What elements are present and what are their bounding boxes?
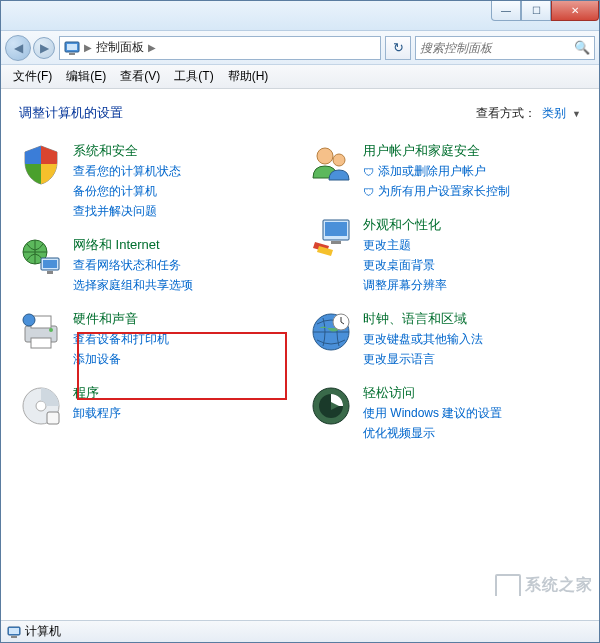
svg-rect-1 [67, 44, 77, 50]
category-link[interactable]: 查找并解决问题 [73, 203, 181, 220]
menu-view[interactable]: 查看(V) [114, 66, 166, 87]
watermark-icon [495, 574, 521, 596]
breadcrumb-sep-icon: ▶ [84, 42, 92, 53]
menu-edit[interactable]: 编辑(E) [60, 66, 112, 87]
category-link[interactable]: 🛡添加或删除用户帐户 [363, 163, 510, 180]
category-title[interactable]: 用户帐户和家庭安全 [363, 142, 510, 160]
category-link[interactable]: 更改显示语言 [363, 351, 483, 368]
svg-point-11 [23, 314, 35, 326]
globe-network-icon [19, 236, 63, 280]
search-box[interactable]: 🔍 [415, 36, 595, 60]
svg-rect-9 [31, 338, 51, 348]
menubar: 文件(F) 编辑(E) 查看(V) 工具(T) 帮助(H) [1, 65, 599, 89]
category-link[interactable]: 备份您的计算机 [73, 183, 181, 200]
category-user-accounts: 用户帐户和家庭安全 🛡添加或删除用户帐户 🛡为所有用户设置家长控制 [309, 142, 581, 200]
category-link[interactable]: 更改桌面背景 [363, 257, 447, 274]
menu-file[interactable]: 文件(F) [7, 66, 58, 87]
watermark-text: 系统之家 [525, 575, 593, 596]
category-title[interactable]: 外观和个性化 [363, 216, 447, 234]
category-link[interactable]: 查看您的计算机状态 [73, 163, 181, 180]
category-programs: 程序 卸载程序 [19, 384, 291, 428]
svg-point-10 [49, 328, 53, 332]
category-title[interactable]: 轻松访问 [363, 384, 502, 402]
view-mode-dropdown[interactable]: 类别 [542, 105, 566, 122]
category-link[interactable]: 使用 Windows 建议的设置 [363, 405, 502, 422]
svg-rect-25 [9, 628, 19, 634]
svg-rect-6 [47, 271, 53, 274]
content-area: 调整计算机的设置 查看方式： 类别 ▼ 系统和安全 查看您的计算机状态 备份您的… [1, 89, 599, 620]
svg-rect-19 [331, 241, 341, 244]
nav-arrows: ◀ ▶ [5, 35, 55, 61]
titlebar: — ☐ ✕ [1, 1, 599, 31]
svg-rect-2 [69, 53, 75, 55]
forward-button[interactable]: ▶ [33, 37, 55, 59]
breadcrumb-sep-icon: ▶ [148, 42, 156, 53]
window-controls: — ☐ ✕ [491, 1, 599, 21]
printer-icon [19, 310, 63, 354]
menu-help[interactable]: 帮助(H) [222, 66, 275, 87]
control-panel-window: — ☐ ✕ ◀ ▶ ▶ 控制面板 ▶ ↻ 🔍 文件(F) 编辑(E) 查看(V)… [0, 0, 600, 643]
category-link[interactable]: 优化视频显示 [363, 425, 502, 442]
category-appearance: 外观和个性化 更改主题 更改桌面背景 调整屏幕分辨率 [309, 216, 581, 294]
page-title: 调整计算机的设置 [19, 105, 123, 122]
category-link[interactable]: 更改主题 [363, 237, 447, 254]
ease-of-access-icon [309, 384, 353, 428]
statusbar: 计算机 [1, 620, 599, 642]
category-title[interactable]: 网络和 Internet [73, 236, 193, 254]
category-network: 网络和 Internet 查看网络状态和任务 选择家庭组和共享选项 [19, 236, 291, 294]
back-button[interactable]: ◀ [5, 35, 31, 61]
user-accounts-icon [309, 142, 353, 186]
category-link[interactable]: 选择家庭组和共享选项 [73, 277, 193, 294]
navbar: ◀ ▶ ▶ 控制面板 ▶ ↻ 🔍 [1, 31, 599, 65]
svg-rect-18 [325, 222, 347, 236]
category-title[interactable]: 程序 [73, 384, 121, 402]
view-mode: 查看方式： 类别 ▼ [476, 105, 581, 122]
svg-point-16 [333, 154, 345, 166]
left-column: 系统和安全 查看您的计算机状态 备份您的计算机 查找并解决问题 网络和 Inte… [19, 142, 291, 442]
appearance-icon [309, 216, 353, 260]
category-ease-of-access: 轻松访问 使用 Windows 建议的设置 优化视频显示 [309, 384, 581, 442]
category-link[interactable]: 查看网络状态和任务 [73, 257, 193, 274]
refresh-button[interactable]: ↻ [385, 36, 411, 60]
uac-shield-icon: 🛡 [363, 186, 374, 198]
content-header: 调整计算机的设置 查看方式： 类别 ▼ [19, 105, 581, 122]
category-hardware-sound: 硬件和声音 查看设备和打印机 添加设备 [19, 310, 291, 368]
category-link[interactable]: 添加设备 [73, 351, 169, 368]
uac-shield-icon: 🛡 [363, 166, 374, 178]
address-bar[interactable]: ▶ 控制面板 ▶ [59, 36, 381, 60]
menu-tools[interactable]: 工具(T) [168, 66, 219, 87]
category-link[interactable]: 查看设备和打印机 [73, 331, 169, 348]
category-clock-language: 时钟、语言和区域 更改键盘或其他输入法 更改显示语言 [309, 310, 581, 368]
svg-point-13 [36, 401, 46, 411]
computer-icon [7, 625, 21, 639]
disc-icon [19, 384, 63, 428]
control-panel-icon [64, 40, 80, 56]
maximize-button[interactable]: ☐ [521, 1, 551, 21]
category-title[interactable]: 时钟、语言和区域 [363, 310, 483, 328]
category-system-security: 系统和安全 查看您的计算机状态 备份您的计算机 查找并解决问题 [19, 142, 291, 220]
minimize-button[interactable]: — [491, 1, 521, 21]
category-title[interactable]: 系统和安全 [73, 142, 181, 160]
category-link[interactable]: 调整屏幕分辨率 [363, 277, 447, 294]
clock-globe-icon [309, 310, 353, 354]
svg-rect-14 [47, 412, 59, 424]
categories: 系统和安全 查看您的计算机状态 备份您的计算机 查找并解决问题 网络和 Inte… [19, 142, 581, 442]
search-input[interactable] [420, 41, 574, 55]
search-icon[interactable]: 🔍 [574, 40, 590, 55]
chevron-down-icon[interactable]: ▼ [572, 109, 581, 119]
svg-rect-26 [11, 636, 17, 638]
category-link[interactable]: 更改键盘或其他输入法 [363, 331, 483, 348]
statusbar-text: 计算机 [25, 623, 61, 640]
right-column: 用户帐户和家庭安全 🛡添加或删除用户帐户 🛡为所有用户设置家长控制 外观和个性化… [309, 142, 581, 442]
watermark: 系统之家 [495, 574, 593, 596]
close-button[interactable]: ✕ [551, 1, 599, 21]
category-title[interactable]: 硬件和声音 [73, 310, 169, 328]
svg-point-15 [317, 148, 333, 164]
svg-rect-5 [43, 260, 57, 268]
category-link[interactable]: 🛡为所有用户设置家长控制 [363, 183, 510, 200]
view-mode-label: 查看方式： [476, 105, 536, 122]
shield-icon [19, 142, 63, 186]
breadcrumb-text: 控制面板 [96, 39, 144, 56]
category-link[interactable]: 卸载程序 [73, 405, 121, 422]
